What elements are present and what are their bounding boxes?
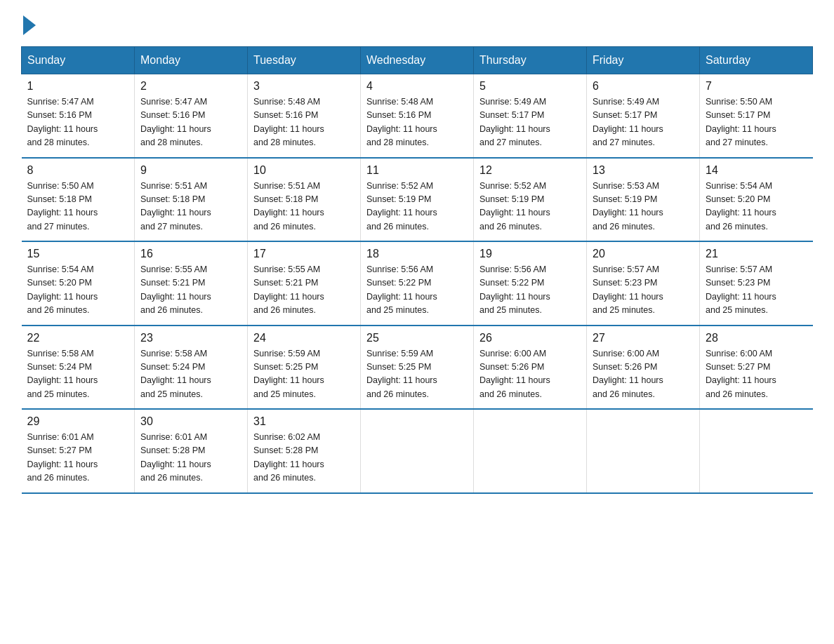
calendar-week-row: 8 Sunrise: 5:50 AM Sunset: 5:18 PM Dayli… <box>22 158 813 242</box>
day-number: 28 <box>706 332 807 344</box>
calendar-cell <box>587 409 700 493</box>
day-number: 30 <box>140 415 241 428</box>
day-info: Sunrise: 6:02 AM Sunset: 5:28 PM Dayligh… <box>253 431 355 485</box>
day-info: Sunrise: 5:47 AM Sunset: 5:16 PM Dayligh… <box>140 95 241 150</box>
day-number: 17 <box>253 248 355 260</box>
calendar-cell: 13 Sunrise: 5:53 AM Sunset: 5:19 PM Dayl… <box>587 158 700 242</box>
logo <box>21 14 36 34</box>
day-info: Sunrise: 5:51 AM Sunset: 5:18 PM Dayligh… <box>140 180 241 234</box>
calendar-cell: 3 Sunrise: 5:48 AM Sunset: 5:16 PM Dayli… <box>248 74 361 158</box>
calendar-table: SundayMondayTuesdayWednesdayThursdayFrid… <box>21 46 813 494</box>
day-info: Sunrise: 5:54 AM Sunset: 5:20 PM Dayligh… <box>27 263 129 318</box>
day-info: Sunrise: 5:50 AM Sunset: 5:18 PM Dayligh… <box>27 180 129 234</box>
day-info: Sunrise: 6:00 AM Sunset: 5:26 PM Dayligh… <box>479 347 581 402</box>
day-info: Sunrise: 5:49 AM Sunset: 5:17 PM Dayligh… <box>479 95 581 150</box>
day-number: 18 <box>366 248 468 260</box>
day-number: 8 <box>27 164 129 177</box>
calendar-cell <box>700 409 813 493</box>
day-number: 19 <box>479 248 581 260</box>
weekday-header-row: SundayMondayTuesdayWednesdayThursdayFrid… <box>22 47 813 74</box>
calendar-cell: 23 Sunrise: 5:58 AM Sunset: 5:24 PM Dayl… <box>135 326 248 410</box>
calendar-cell: 7 Sunrise: 5:50 AM Sunset: 5:17 PM Dayli… <box>700 74 813 158</box>
day-number: 4 <box>366 80 468 93</box>
calendar-cell: 9 Sunrise: 5:51 AM Sunset: 5:18 PM Dayli… <box>135 158 248 242</box>
calendar-week-row: 22 Sunrise: 5:58 AM Sunset: 5:24 PM Dayl… <box>22 326 813 410</box>
calendar-cell: 21 Sunrise: 5:57 AM Sunset: 5:23 PM Dayl… <box>700 241 813 326</box>
calendar-cell: 14 Sunrise: 5:54 AM Sunset: 5:20 PM Dayl… <box>700 158 813 242</box>
day-info: Sunrise: 6:00 AM Sunset: 5:27 PM Dayligh… <box>706 347 807 402</box>
calendar-cell: 25 Sunrise: 5:59 AM Sunset: 5:25 PM Dayl… <box>361 326 474 410</box>
calendar-cell: 20 Sunrise: 5:57 AM Sunset: 5:23 PM Dayl… <box>587 241 700 326</box>
calendar-cell: 10 Sunrise: 5:51 AM Sunset: 5:18 PM Dayl… <box>248 158 361 242</box>
day-info: Sunrise: 5:48 AM Sunset: 5:16 PM Dayligh… <box>253 95 355 150</box>
day-number: 6 <box>593 80 694 93</box>
weekday-header-wednesday: Wednesday <box>361 47 474 74</box>
calendar-cell: 15 Sunrise: 5:54 AM Sunset: 5:20 PM Dayl… <box>22 241 135 326</box>
logo-arrow-icon <box>23 15 36 35</box>
day-number: 15 <box>27 248 129 260</box>
day-info: Sunrise: 5:55 AM Sunset: 5:21 PM Dayligh… <box>140 263 241 318</box>
day-number: 16 <box>140 248 241 260</box>
calendar-cell: 8 Sunrise: 5:50 AM Sunset: 5:18 PM Dayli… <box>22 158 135 242</box>
calendar-cell: 19 Sunrise: 5:56 AM Sunset: 5:22 PM Dayl… <box>474 241 587 326</box>
day-number: 3 <box>253 80 355 93</box>
day-info: Sunrise: 5:58 AM Sunset: 5:24 PM Dayligh… <box>140 347 241 402</box>
calendar-cell: 5 Sunrise: 5:49 AM Sunset: 5:17 PM Dayli… <box>474 74 587 158</box>
day-info: Sunrise: 5:51 AM Sunset: 5:18 PM Dayligh… <box>253 180 355 234</box>
day-number: 1 <box>27 80 129 93</box>
day-number: 25 <box>366 332 468 344</box>
day-number: 26 <box>479 332 581 344</box>
calendar-cell: 12 Sunrise: 5:52 AM Sunset: 5:19 PM Dayl… <box>474 158 587 242</box>
calendar-cell: 18 Sunrise: 5:56 AM Sunset: 5:22 PM Dayl… <box>361 241 474 326</box>
weekday-header-saturday: Saturday <box>700 47 813 74</box>
day-number: 23 <box>140 332 241 344</box>
calendar-cell: 2 Sunrise: 5:47 AM Sunset: 5:16 PM Dayli… <box>135 74 248 158</box>
day-info: Sunrise: 6:01 AM Sunset: 5:27 PM Dayligh… <box>27 431 129 485</box>
calendar-cell: 27 Sunrise: 6:00 AM Sunset: 5:26 PM Dayl… <box>587 326 700 410</box>
day-number: 22 <box>27 332 129 344</box>
calendar-cell: 17 Sunrise: 5:55 AM Sunset: 5:21 PM Dayl… <box>248 241 361 326</box>
day-number: 27 <box>593 332 694 344</box>
calendar-cell: 6 Sunrise: 5:49 AM Sunset: 5:17 PM Dayli… <box>587 74 700 158</box>
day-info: Sunrise: 6:00 AM Sunset: 5:26 PM Dayligh… <box>593 347 694 402</box>
day-info: Sunrise: 5:48 AM Sunset: 5:16 PM Dayligh… <box>366 95 468 150</box>
day-number: 5 <box>479 80 581 93</box>
day-info: Sunrise: 5:47 AM Sunset: 5:16 PM Dayligh… <box>27 95 129 150</box>
calendar-week-row: 29 Sunrise: 6:01 AM Sunset: 5:27 PM Dayl… <box>22 409 813 493</box>
page-header <box>21 14 813 34</box>
day-number: 10 <box>253 164 355 177</box>
calendar-cell: 30 Sunrise: 6:01 AM Sunset: 5:28 PM Dayl… <box>135 409 248 493</box>
day-info: Sunrise: 5:59 AM Sunset: 5:25 PM Dayligh… <box>366 347 468 402</box>
day-number: 11 <box>366 164 468 177</box>
calendar-cell: 29 Sunrise: 6:01 AM Sunset: 5:27 PM Dayl… <box>22 409 135 493</box>
day-number: 13 <box>593 164 694 177</box>
calendar-cell: 1 Sunrise: 5:47 AM Sunset: 5:16 PM Dayli… <box>22 74 135 158</box>
day-info: Sunrise: 5:56 AM Sunset: 5:22 PM Dayligh… <box>366 263 468 318</box>
day-info: Sunrise: 5:49 AM Sunset: 5:17 PM Dayligh… <box>593 95 694 150</box>
calendar-cell: 11 Sunrise: 5:52 AM Sunset: 5:19 PM Dayl… <box>361 158 474 242</box>
weekday-header-tuesday: Tuesday <box>248 47 361 74</box>
calendar-cell: 24 Sunrise: 5:59 AM Sunset: 5:25 PM Dayl… <box>248 326 361 410</box>
day-info: Sunrise: 5:56 AM Sunset: 5:22 PM Dayligh… <box>479 263 581 318</box>
day-info: Sunrise: 5:53 AM Sunset: 5:19 PM Dayligh… <box>593 180 694 234</box>
calendar-cell <box>474 409 587 493</box>
weekday-header-friday: Friday <box>587 47 700 74</box>
day-info: Sunrise: 5:52 AM Sunset: 5:19 PM Dayligh… <box>366 180 468 234</box>
day-number: 29 <box>27 415 129 428</box>
day-number: 31 <box>253 415 355 428</box>
calendar-cell: 28 Sunrise: 6:00 AM Sunset: 5:27 PM Dayl… <box>700 326 813 410</box>
day-number: 24 <box>253 332 355 344</box>
weekday-header-monday: Monday <box>135 47 248 74</box>
day-info: Sunrise: 5:59 AM Sunset: 5:25 PM Dayligh… <box>253 347 355 402</box>
calendar-cell: 22 Sunrise: 5:58 AM Sunset: 5:24 PM Dayl… <box>22 326 135 410</box>
day-info: Sunrise: 5:57 AM Sunset: 5:23 PM Dayligh… <box>706 263 807 318</box>
calendar-cell: 26 Sunrise: 6:00 AM Sunset: 5:26 PM Dayl… <box>474 326 587 410</box>
calendar-cell: 4 Sunrise: 5:48 AM Sunset: 5:16 PM Dayli… <box>361 74 474 158</box>
calendar-cell: 31 Sunrise: 6:02 AM Sunset: 5:28 PM Dayl… <box>248 409 361 493</box>
day-number: 20 <box>593 248 694 260</box>
calendar-week-row: 15 Sunrise: 5:54 AM Sunset: 5:20 PM Dayl… <box>22 241 813 326</box>
calendar-week-row: 1 Sunrise: 5:47 AM Sunset: 5:16 PM Dayli… <box>22 74 813 158</box>
calendar-cell <box>361 409 474 493</box>
day-info: Sunrise: 5:50 AM Sunset: 5:17 PM Dayligh… <box>706 95 807 150</box>
day-info: Sunrise: 5:54 AM Sunset: 5:20 PM Dayligh… <box>706 180 807 234</box>
